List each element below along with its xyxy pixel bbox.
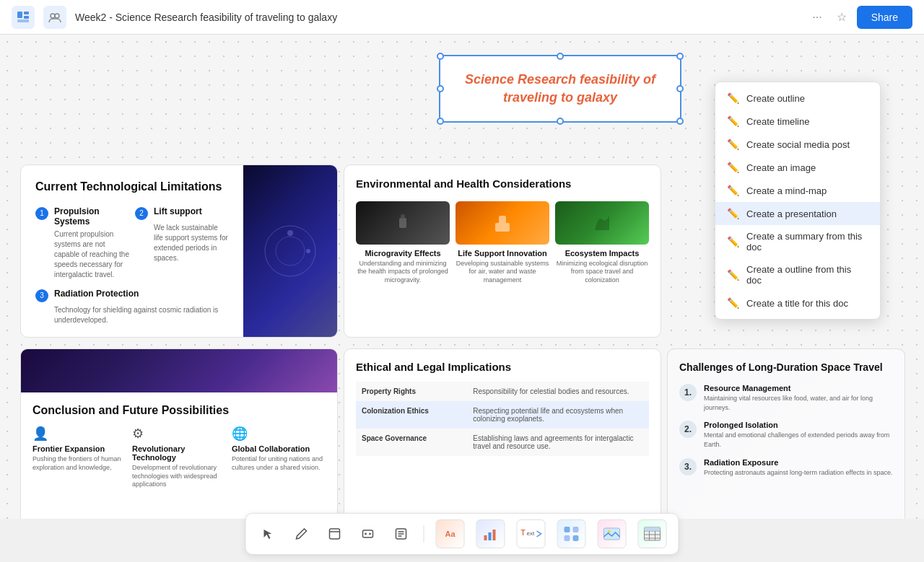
menu-item-outline[interactable]: ✏️ Create outline [715, 87, 880, 110]
svg-point-4 [51, 14, 55, 18]
env-title-0: Microgravity Effects [356, 249, 450, 258]
svg-rect-1 [24, 12, 29, 14]
env-item-0: Microgravity Effects Understanding and m… [356, 201, 450, 285]
challenges-overlay: Challenges of Long-Duration Space Travel… [668, 349, 905, 519]
tech-image [243, 165, 337, 337]
select-tool-button[interactable] [258, 524, 279, 543]
challenges-title: Challenges of Long-Duration Space Travel [679, 361, 893, 374]
ethical-title: Ethical and Legal Implications [356, 361, 649, 373]
conclusion-icon-2: 🌐 [232, 426, 326, 442]
bar-shape-button[interactable] [476, 519, 505, 548]
menu-icon-outline-doc: ✏️ [727, 269, 739, 281]
menu-label-outline: Create outline [746, 93, 805, 104]
challenge-desc-1: Mental and emotional challenges of exten… [704, 431, 893, 449]
note-tool-button[interactable] [391, 524, 412, 543]
image-shape-button[interactable] [598, 519, 627, 548]
challenge-text-2: Radiation Exposure Protecting astronauts… [704, 458, 892, 478]
tech-section-0-header: 1 Propulsion Systems [35, 206, 129, 227]
env-item-2: Ecosystem Impacts Minimizing ecological … [555, 201, 649, 285]
challenge-num-1: 2. [679, 421, 697, 438]
challenge-title-2: Radiation Exposure [704, 458, 892, 467]
word-shape-button[interactable]: T ext [517, 519, 546, 548]
menu-item-social[interactable]: ✏️ Create social media post [715, 133, 880, 156]
tech-section-2: 3 Radiation Protection Technology for sh… [35, 289, 229, 325]
handle-bm[interactable] [557, 118, 564, 125]
share-button[interactable]: Share [857, 6, 912, 29]
canvas: Science Research feasibility of travelin… [0, 35, 924, 519]
menu-item-timeline[interactable]: ✏️ Create timeline [715, 110, 880, 133]
conclusion-col-title-2: Global Collaboration [232, 444, 326, 453]
svg-line-20 [370, 534, 371, 535]
embed-tool-button[interactable] [357, 524, 379, 543]
svg-rect-16 [363, 530, 373, 537]
handle-mr[interactable] [676, 85, 684, 92]
menu-item-presentation[interactable]: ✏️ Create a presentation [715, 202, 880, 225]
star-button[interactable]: ☆ [832, 7, 851, 27]
conclusion-title: Conclusion and Future Possibilities [32, 404, 326, 417]
topbar-actions: ··· ☆ Share [808, 6, 912, 29]
conclusion-col-1: ⚙ Revolutionary Technology Development o… [132, 426, 226, 489]
challenge-desc-2: Protecting astronauts against long-term … [704, 468, 892, 478]
card-challenges: Challenges of Long-Duration Space Travel… [667, 348, 905, 519]
menu-item-outline-doc[interactable]: ✏️ Create a outline from this doc [715, 258, 880, 291]
menu-item-title[interactable]: ✏️ Create a title for this doc [715, 291, 880, 315]
svg-text:T: T [521, 529, 526, 537]
env-img-1 [456, 201, 549, 245]
challenge-num-0: 1. [679, 384, 697, 401]
tech-desc-2: Technology for shielding against cosmic … [54, 305, 229, 325]
ethical-table: Property Rights Responsibility for celes… [356, 382, 649, 456]
handle-ml[interactable] [437, 85, 444, 92]
pen-tool-button[interactable] [291, 524, 313, 543]
svg-rect-0 [17, 12, 22, 18]
diagram-shape-button[interactable] [557, 519, 586, 548]
env-title-2: Ecosystem Impacts [555, 249, 649, 258]
tech-desc-1: We lack sustainable life support systems… [154, 223, 229, 263]
frame-tool-button[interactable] [324, 524, 346, 543]
svg-rect-42 [645, 527, 661, 531]
handle-tm[interactable] [557, 53, 564, 60]
more-button[interactable]: ··· [808, 8, 826, 27]
challenge-title-0: Resource Management [704, 384, 893, 392]
conclusion-col-title-1: Revolutionary Technology [132, 444, 226, 462]
text-shape-button[interactable]: Aa [436, 519, 465, 548]
menu-label-timeline: Create timeline [746, 116, 809, 127]
ethical-row-title-2: Space Governance [356, 429, 467, 456]
env-title-1: Life Support Innovation [456, 249, 549, 258]
handle-bl[interactable] [437, 118, 444, 125]
tech-section-1: 2 Lift support We lack sustainable life … [135, 206, 229, 280]
conclusion-col-desc-0: Pushing the frontiers of human explorati… [32, 455, 126, 472]
svg-point-9 [306, 249, 310, 253]
tech-section-0: 1 Propulsion Systems Current propulsion … [35, 206, 129, 280]
svg-text:ext: ext [527, 530, 535, 537]
tech-sections-grid: 1 Propulsion Systems Current propulsion … [35, 206, 229, 289]
handle-tr[interactable] [676, 53, 684, 60]
menu-item-summary[interactable]: ✏️ Create a summary from this doc [715, 225, 880, 258]
menu-label-image: Create an image [746, 162, 816, 173]
table-shape-button[interactable] [638, 519, 667, 548]
ethical-row-title-0: Property Rights [356, 382, 467, 401]
menu-item-image[interactable]: ✏️ Create an image [715, 156, 880, 179]
svg-rect-31 [573, 527, 579, 532]
conclusion-content: Conclusion and Future Possibilities 👤 Fr… [21, 392, 337, 501]
svg-rect-3 [17, 19, 29, 22]
context-menu: ✏️ Create outline ✏️ Create timeline ✏️ … [715, 82, 881, 320]
svg-rect-26 [489, 532, 492, 540]
challenge-desc-0: Maintaining vital resources like food, w… [704, 394, 893, 412]
title-box[interactable]: Science Research feasibility of travelin… [439, 55, 681, 123]
card-env-title: Environmental and Health Considerations [356, 177, 649, 191]
collab-icon [43, 6, 66, 29]
svg-line-18 [365, 534, 367, 535]
menu-item-mindmap[interactable]: ✏️ Create a mind-map [715, 179, 880, 202]
handle-br[interactable] [676, 118, 684, 125]
svg-rect-2 [24, 16, 29, 19]
handle-tl[interactable] [437, 53, 444, 60]
env-desc-1: Developing sustainable systems for air, … [456, 260, 549, 285]
text-shape-icon: Aa [445, 530, 455, 538]
menu-icon-mindmap: ✏️ [727, 185, 739, 196]
tech-num-2: 3 [35, 289, 48, 302]
svg-point-11 [401, 214, 405, 219]
svg-point-8 [287, 230, 293, 236]
menu-icon-title: ✏️ [727, 297, 739, 309]
ethical-row-title-1: Colonization Ethics [356, 401, 467, 429]
menu-label-social: Create social media post [746, 139, 850, 150]
